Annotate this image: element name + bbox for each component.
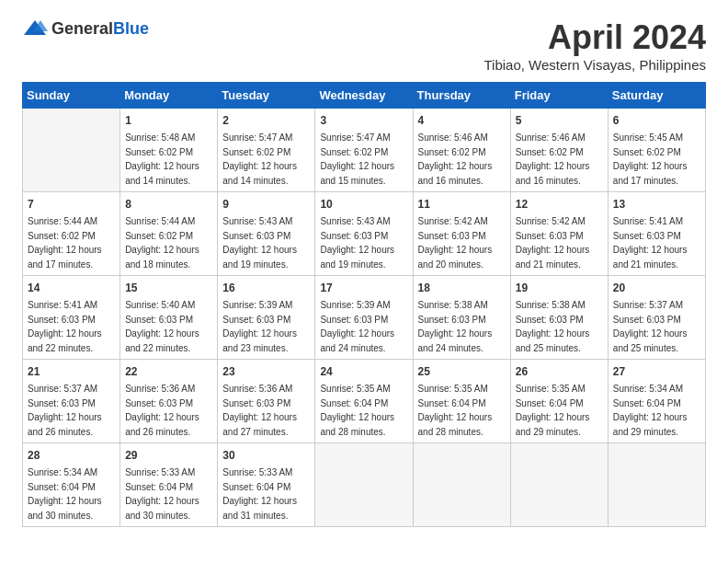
- day-info: Sunrise: 5:39 AMSunset: 6:03 PMDaylight:…: [320, 298, 407, 355]
- day-info: Sunrise: 5:33 AMSunset: 6:04 PMDaylight:…: [222, 465, 310, 523]
- day-info: Sunrise: 5:48 AMSunset: 6:02 PMDaylight:…: [125, 131, 212, 188]
- weekday-header-wednesday: Wednesday: [315, 83, 413, 109]
- day-info: Sunrise: 5:38 AMSunset: 6:03 PMDaylight:…: [418, 298, 506, 355]
- calendar-cell: 22Sunrise: 5:36 AMSunset: 6:03 PMDayligh…: [120, 360, 218, 443]
- calendar-cell: 7Sunrise: 5:44 AMSunset: 6:02 PMDaylight…: [23, 192, 120, 276]
- day-number: 4: [418, 112, 506, 129]
- day-info: Sunrise: 5:39 AMSunset: 6:03 PMDaylight:…: [222, 298, 310, 355]
- day-info: Sunrise: 5:35 AMSunset: 6:04 PMDaylight:…: [516, 382, 603, 439]
- day-info: Sunrise: 5:43 AMSunset: 6:03 PMDaylight:…: [320, 214, 407, 271]
- calendar-cell: 17Sunrise: 5:39 AMSunset: 6:03 PMDayligh…: [315, 276, 413, 360]
- calendar-cell: 24Sunrise: 5:35 AMSunset: 6:04 PMDayligh…: [315, 360, 413, 443]
- day-number: 27: [613, 363, 700, 380]
- day-number: 28: [28, 447, 115, 464]
- calendar-week-row: 28Sunrise: 5:34 AMSunset: 6:04 PMDayligh…: [23, 443, 706, 527]
- calendar-cell: 28Sunrise: 5:34 AMSunset: 6:04 PMDayligh…: [23, 443, 120, 527]
- day-info: Sunrise: 5:37 AMSunset: 6:03 PMDaylight:…: [613, 298, 700, 355]
- calendar-cell: 25Sunrise: 5:35 AMSunset: 6:04 PMDayligh…: [413, 360, 510, 443]
- weekday-header-saturday: Saturday: [608, 83, 705, 109]
- logo: GeneralBlue: [22, 18, 149, 39]
- day-number: 22: [125, 363, 212, 380]
- day-number: 10: [320, 196, 407, 213]
- calendar-subtitle: Tibiao, Western Visayas, Philippines: [483, 57, 706, 73]
- day-info: Sunrise: 5:43 AMSunset: 6:03 PMDaylight:…: [222, 214, 310, 271]
- day-info: Sunrise: 5:33 AMSunset: 6:04 PMDaylight:…: [125, 465, 212, 523]
- calendar-week-row: 14Sunrise: 5:41 AMSunset: 6:03 PMDayligh…: [23, 276, 706, 360]
- calendar-cell: 26Sunrise: 5:35 AMSunset: 6:04 PMDayligh…: [510, 360, 608, 443]
- calendar-cell: 5Sunrise: 5:46 AMSunset: 6:02 PMDaylight…: [510, 109, 608, 192]
- calendar-week-row: 1Sunrise: 5:48 AMSunset: 6:02 PMDaylight…: [23, 109, 706, 192]
- calendar-week-row: 7Sunrise: 5:44 AMSunset: 6:02 PMDaylight…: [23, 192, 706, 276]
- calendar-cell: 12Sunrise: 5:42 AMSunset: 6:03 PMDayligh…: [510, 192, 608, 276]
- calendar-cell: [608, 443, 705, 527]
- day-info: Sunrise: 5:38 AMSunset: 6:03 PMDaylight:…: [516, 298, 603, 355]
- calendar-cell: 6Sunrise: 5:45 AMSunset: 6:02 PMDaylight…: [608, 109, 705, 192]
- title-area: April 2024 Tibiao, Western Visayas, Phil…: [483, 18, 706, 73]
- logo-text: GeneralBlue: [51, 21, 149, 37]
- calendar-cell: 27Sunrise: 5:34 AMSunset: 6:04 PMDayligh…: [608, 360, 705, 443]
- day-info: Sunrise: 5:35 AMSunset: 6:04 PMDaylight:…: [320, 382, 407, 439]
- day-number: 18: [418, 280, 506, 296]
- day-info: Sunrise: 5:46 AMSunset: 6:02 PMDaylight:…: [516, 131, 603, 188]
- calendar-cell: 13Sunrise: 5:41 AMSunset: 6:03 PMDayligh…: [608, 192, 705, 276]
- day-info: Sunrise: 5:36 AMSunset: 6:03 PMDaylight:…: [222, 382, 310, 439]
- day-info: Sunrise: 5:45 AMSunset: 6:02 PMDaylight:…: [613, 131, 700, 188]
- day-info: Sunrise: 5:35 AMSunset: 6:04 PMDaylight:…: [418, 382, 506, 439]
- day-number: 21: [28, 363, 115, 380]
- weekday-header-tuesday: Tuesday: [218, 83, 315, 109]
- day-info: Sunrise: 5:42 AMSunset: 6:03 PMDaylight:…: [516, 214, 603, 271]
- calendar-cell: [315, 443, 413, 527]
- calendar-cell: 15Sunrise: 5:40 AMSunset: 6:03 PMDayligh…: [120, 276, 218, 360]
- day-info: Sunrise: 5:42 AMSunset: 6:03 PMDaylight:…: [418, 214, 506, 271]
- calendar-cell: 30Sunrise: 5:33 AMSunset: 6:04 PMDayligh…: [218, 443, 315, 527]
- logo-icon: [22, 18, 48, 39]
- day-info: Sunrise: 5:46 AMSunset: 6:02 PMDaylight:…: [418, 131, 506, 188]
- calendar-cell: 9Sunrise: 5:43 AMSunset: 6:03 PMDaylight…: [218, 192, 315, 276]
- day-info: Sunrise: 5:44 AMSunset: 6:02 PMDaylight:…: [125, 214, 212, 271]
- day-info: Sunrise: 5:37 AMSunset: 6:03 PMDaylight:…: [28, 382, 115, 439]
- day-number: 11: [418, 196, 506, 213]
- day-number: 2: [222, 112, 310, 129]
- calendar-cell: 18Sunrise: 5:38 AMSunset: 6:03 PMDayligh…: [413, 276, 510, 360]
- calendar-cell: 20Sunrise: 5:37 AMSunset: 6:03 PMDayligh…: [608, 276, 705, 360]
- calendar-cell: 23Sunrise: 5:36 AMSunset: 6:03 PMDayligh…: [218, 360, 315, 443]
- calendar-week-row: 21Sunrise: 5:37 AMSunset: 6:03 PMDayligh…: [23, 360, 706, 443]
- day-info: Sunrise: 5:34 AMSunset: 6:04 PMDaylight:…: [28, 465, 115, 523]
- day-number: 17: [320, 280, 407, 296]
- calendar-cell: 16Sunrise: 5:39 AMSunset: 6:03 PMDayligh…: [218, 276, 315, 360]
- calendar-body: 1Sunrise: 5:48 AMSunset: 6:02 PMDaylight…: [23, 109, 706, 527]
- day-number: 24: [320, 363, 407, 380]
- weekday-header-monday: Monday: [120, 83, 218, 109]
- day-number: 5: [516, 112, 603, 129]
- calendar-cell: [23, 109, 120, 192]
- day-number: 6: [613, 112, 700, 129]
- day-number: 20: [613, 280, 700, 296]
- day-info: Sunrise: 5:47 AMSunset: 6:02 PMDaylight:…: [222, 131, 310, 188]
- calendar-cell: 3Sunrise: 5:47 AMSunset: 6:02 PMDaylight…: [315, 109, 413, 192]
- weekday-header-thursday: Thursday: [413, 83, 510, 109]
- day-number: 19: [516, 280, 603, 296]
- day-info: Sunrise: 5:34 AMSunset: 6:04 PMDaylight:…: [613, 382, 700, 439]
- calendar-title: April 2024: [483, 18, 706, 57]
- calendar-table: SundayMondayTuesdayWednesdayThursdayFrid…: [22, 82, 706, 527]
- day-number: 8: [125, 196, 212, 213]
- day-info: Sunrise: 5:47 AMSunset: 6:02 PMDaylight:…: [320, 131, 407, 188]
- day-number: 25: [418, 363, 506, 380]
- calendar-cell: 8Sunrise: 5:44 AMSunset: 6:02 PMDaylight…: [120, 192, 218, 276]
- weekday-header-friday: Friday: [510, 83, 608, 109]
- day-number: 16: [222, 280, 310, 296]
- day-number: 7: [28, 196, 115, 213]
- calendar-header: SundayMondayTuesdayWednesdayThursdayFrid…: [23, 83, 706, 109]
- day-number: 3: [320, 112, 407, 129]
- day-number: 29: [125, 447, 212, 464]
- day-number: 1: [125, 112, 212, 129]
- weekday-header-row: SundayMondayTuesdayWednesdayThursdayFrid…: [23, 83, 706, 109]
- calendar-cell: 29Sunrise: 5:33 AMSunset: 6:04 PMDayligh…: [120, 443, 218, 527]
- day-number: 30: [222, 447, 310, 464]
- calendar-cell: 10Sunrise: 5:43 AMSunset: 6:03 PMDayligh…: [315, 192, 413, 276]
- day-number: 12: [516, 196, 603, 213]
- day-number: 15: [125, 280, 212, 296]
- calendar-cell: [413, 443, 510, 527]
- day-number: 13: [613, 196, 700, 213]
- day-info: Sunrise: 5:41 AMSunset: 6:03 PMDaylight:…: [613, 214, 700, 271]
